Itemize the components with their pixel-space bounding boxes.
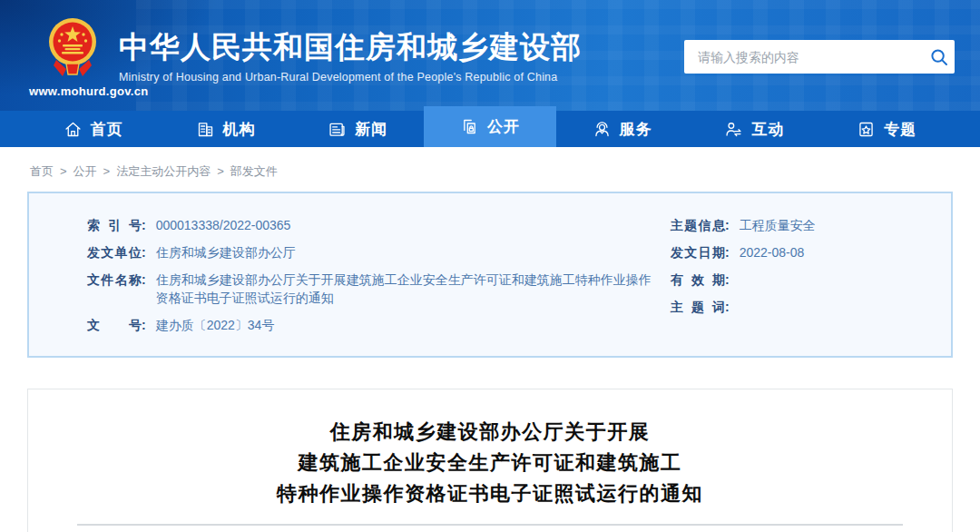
interact-icon	[724, 120, 743, 139]
breadcrumb-item[interactable]: 首页	[30, 164, 54, 178]
nav-tab-label: 新闻	[355, 119, 387, 140]
info-row: 文号:建办质〔2022〕34号	[87, 316, 671, 334]
info-label: 发文单位	[87, 243, 142, 261]
article-title: 住房和城乡建设部办公厅关于开展建筑施工企业安全生产许可证和建筑施工特种作业操作资…	[28, 417, 952, 509]
article-title-line: 建筑施工企业安全生产许可证和建筑施工	[28, 448, 952, 478]
info-row: 文件名称:住房和城乡建设部办公厅关于开展建筑施工企业安全生产许可证和建筑施工特种…	[87, 271, 671, 307]
info-colon: :	[142, 271, 146, 289]
home-icon	[64, 120, 83, 139]
breadcrumb-separator: >	[60, 164, 67, 178]
nav-tab-home[interactable]: 首页	[27, 111, 160, 147]
info-row: 发文单位:住房和城乡建设部办公厅	[87, 243, 671, 261]
title-divider	[77, 524, 903, 526]
topics-icon	[857, 120, 876, 139]
breadcrumb-separator: >	[217, 164, 224, 178]
info-colon: :	[725, 298, 730, 316]
public-icon	[460, 117, 479, 136]
breadcrumb-item[interactable]: 法定主动公开内容	[116, 164, 211, 178]
nav-tab-topics[interactable]: 专题	[820, 111, 953, 147]
info-row: 索引号:000013338/2022-00365	[87, 216, 671, 234]
info-label: 有效期	[671, 271, 725, 289]
info-colon: :	[725, 243, 730, 261]
search-input[interactable]	[684, 40, 924, 74]
site-subtitle: Ministry of Housing and Urban-Rural Deve…	[119, 71, 582, 84]
info-colon: :	[725, 271, 730, 289]
article-title-line: 住房和城乡建设部办公厅关于开展	[28, 417, 952, 448]
site-logo-link[interactable]: 中华人民共和国住房和城乡建设部 Ministry of Housing and …	[48, 16, 582, 85]
site-header: 中华人民共和国住房和城乡建设部 Ministry of Housing and …	[0, 0, 980, 111]
breadcrumb: 首页>公开>法定主动公开内容>部发文件	[27, 147, 953, 192]
info-label: 文号	[87, 316, 142, 334]
nav-tab-interact[interactable]: 互动	[689, 111, 821, 147]
info-colon: :	[142, 243, 146, 261]
info-column-left: 索引号:000013338/2022-00365发文单位:住房和城乡建设部办公厅…	[87, 216, 671, 334]
search-icon	[930, 48, 948, 66]
info-value: 000013338/2022-00365	[156, 216, 291, 234]
search-box	[684, 40, 955, 74]
nav-tab-label: 公开	[487, 116, 520, 137]
info-label: 主题词	[671, 298, 725, 316]
nav-tab-label: 首页	[91, 119, 123, 140]
article-title-line: 特种作业操作资格证书电子证照试运行的通知	[28, 478, 952, 509]
info-value: 住房和城乡建设部办公厅关于开展建筑施工企业安全生产许可证和建筑施工特种作业操作资…	[156, 271, 653, 307]
info-row: 主题信息:工程质量安全	[671, 216, 927, 234]
search-button[interactable]	[924, 40, 955, 74]
breadcrumb-separator: >	[103, 164, 111, 178]
page: 中华人民共和国住房和城乡建设部 Ministry of Housing and …	[0, 0, 980, 532]
breadcrumb-item: 部发文件	[230, 164, 278, 178]
nav-tab-label: 专题	[884, 119, 916, 140]
nav-tab-label: 服务	[620, 119, 652, 140]
main-nav: 首页机构新闻公开服务互动专题	[0, 111, 980, 147]
breadcrumb-item[interactable]: 公开	[74, 164, 97, 178]
nav-tab-service[interactable]: 服务	[556, 111, 689, 147]
content-area: 索引号:000013338/2022-00365发文单位:住房和城乡建设部办公厅…	[27, 192, 953, 532]
info-value: 建办质〔2022〕34号	[156, 316, 275, 334]
info-row: 有效期:	[671, 271, 927, 289]
news-icon	[328, 120, 347, 139]
nav-tab-label: 互动	[751, 119, 784, 140]
info-label: 发文日期	[671, 243, 725, 261]
nav-tab-public[interactable]: 公开	[424, 106, 556, 147]
info-column-right: 主题信息:工程质量安全发文日期:2022-08-08有效期:主题词:	[671, 216, 927, 334]
info-label: 索引号	[87, 216, 142, 234]
brand-text: 中华人民共和国住房和城乡建设部 Ministry of Housing and …	[119, 16, 582, 85]
info-colon: :	[142, 316, 146, 334]
site-url: www.mohurd.gov.cn	[29, 84, 149, 98]
info-value: 住房和城乡建设部办公厅	[156, 243, 296, 261]
nav-tab-org[interactable]: 机构	[160, 111, 292, 147]
article-panel: 住房和城乡建设部办公厅关于开展建筑施工企业安全生产许可证和建筑施工特种作业操作资…	[27, 389, 953, 532]
info-colon: :	[725, 216, 730, 234]
info-colon: :	[142, 216, 146, 234]
info-row: 发文日期:2022-08-08	[671, 243, 927, 261]
info-label: 主题信息	[671, 216, 725, 234]
org-icon	[196, 120, 215, 139]
info-value: 2022-08-08	[740, 243, 805, 261]
national-emblem-icon	[48, 16, 97, 85]
info-value: 工程质量安全	[740, 216, 816, 234]
site-title: 中华人民共和国住房和城乡建设部	[119, 31, 582, 64]
nav-tab-label: 机构	[223, 119, 256, 140]
service-icon	[593, 120, 612, 139]
info-row: 主题词:	[671, 298, 927, 316]
document-info-panel: 索引号:000013338/2022-00365发文单位:住房和城乡建设部办公厅…	[27, 192, 953, 358]
info-label: 文件名称	[87, 271, 142, 289]
nav-tab-news[interactable]: 新闻	[291, 111, 424, 147]
